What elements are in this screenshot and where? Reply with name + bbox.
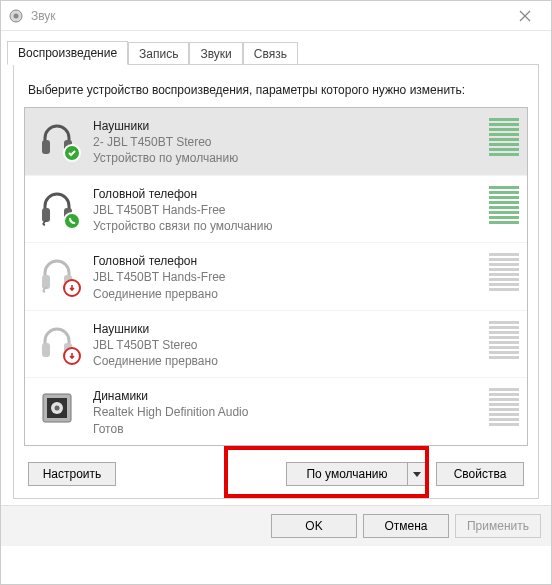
- check-badge-icon: [63, 144, 81, 162]
- properties-button[interactable]: Свойства: [436, 462, 524, 486]
- error-badge-icon: [63, 279, 81, 297]
- close-icon: [519, 10, 531, 22]
- error-badge-icon: [63, 347, 81, 365]
- svg-marker-16: [413, 472, 421, 477]
- headset-icon: [35, 251, 79, 295]
- device-text: Динамики Realtek High Definition Audio Г…: [93, 386, 483, 437]
- tab-communications[interactable]: Связь: [243, 42, 298, 65]
- set-default-label: По умолчанию: [287, 463, 407, 485]
- dialog-button-row: OK Отмена Применить: [1, 505, 551, 546]
- svg-rect-10: [42, 343, 50, 357]
- window-title: Звук: [31, 9, 505, 23]
- device-name: Наушники: [93, 321, 483, 337]
- headphones-icon: [35, 319, 79, 363]
- tab-playback[interactable]: Воспроизведение: [7, 41, 128, 65]
- device-sub: JBL T450BT Hands-Free: [93, 202, 483, 218]
- level-meter: [489, 251, 519, 291]
- cancel-button[interactable]: Отмена: [363, 514, 449, 538]
- device-sub: Realtek High Definition Audio: [93, 404, 483, 420]
- prompt-text: Выберите устройство воспроизведения, пар…: [28, 83, 524, 97]
- tab-strip: Воспроизведение Запись Звуки Связь Выбер…: [1, 31, 551, 505]
- level-meter: [489, 319, 519, 359]
- level-meter: [489, 386, 519, 426]
- sound-dialog: Звук Воспроизведение Запись Звуки Связь …: [0, 0, 552, 585]
- device-status: Соединение прервано: [93, 353, 483, 369]
- headphones-icon: [35, 116, 79, 160]
- level-meter: [489, 116, 519, 156]
- device-name: Головной телефон: [93, 186, 483, 202]
- device-text: Наушники 2- JBL T450BT Stereo Устройство…: [93, 116, 483, 167]
- device-sub: 2- JBL T450BT Stereo: [93, 134, 483, 150]
- ok-button[interactable]: OK: [271, 514, 357, 538]
- device-sub: JBL T450BT Hands-Free: [93, 269, 483, 285]
- svg-point-1: [14, 13, 19, 18]
- device-row[interactable]: Наушники 2- JBL T450BT Stereo Устройство…: [25, 108, 527, 175]
- svg-rect-4: [42, 140, 50, 154]
- device-sub: JBL T450BT Stereo: [93, 337, 483, 353]
- device-row[interactable]: Головной телефон JBL T450BT Hands-Free У…: [25, 175, 527, 243]
- svg-point-15: [55, 406, 60, 411]
- chevron-down-icon: [413, 470, 421, 478]
- device-status: Готов: [93, 421, 483, 437]
- device-text: Головной телефон JBL T450BT Hands-Free У…: [93, 184, 483, 235]
- close-button[interactable]: [505, 2, 545, 30]
- tab-panel: Выберите устройство воспроизведения, пар…: [13, 64, 539, 499]
- device-row[interactable]: Наушники JBL T450BT Stereo Соединение пр…: [25, 310, 527, 378]
- device-status: Соединение прервано: [93, 286, 483, 302]
- device-name: Наушники: [93, 118, 483, 134]
- titlebar: Звук: [1, 1, 551, 31]
- speaker-icon: [35, 386, 79, 430]
- tab-sounds[interactable]: Звуки: [189, 42, 242, 65]
- device-name: Динамики: [93, 388, 483, 404]
- device-status: Устройство по умолчанию: [93, 150, 483, 166]
- device-list[interactable]: Наушники 2- JBL T450BT Stereo Устройство…: [24, 107, 528, 446]
- device-row[interactable]: Динамики Realtek High Definition Audio Г…: [25, 377, 527, 445]
- device-status: Устройство связи по умолчанию: [93, 218, 483, 234]
- configure-button[interactable]: Настроить: [28, 462, 116, 486]
- set-default-dropdown[interactable]: [407, 463, 425, 485]
- device-row[interactable]: Головной телефон JBL T450BT Hands-Free С…: [25, 242, 527, 310]
- apply-button[interactable]: Применить: [455, 514, 541, 538]
- sound-app-icon: [7, 7, 25, 25]
- level-meter: [489, 184, 519, 224]
- set-default-button[interactable]: По умолчанию: [286, 462, 426, 486]
- device-name: Головной телефон: [93, 253, 483, 269]
- device-text: Головной телефон JBL T450BT Hands-Free С…: [93, 251, 483, 302]
- device-text: Наушники JBL T450BT Stereo Соединение пр…: [93, 319, 483, 370]
- tab-recording[interactable]: Запись: [128, 42, 189, 65]
- phone-badge-icon: [63, 212, 81, 230]
- headset-icon: [35, 184, 79, 228]
- panel-button-row: Настроить По умолчанию Свойства: [24, 446, 528, 490]
